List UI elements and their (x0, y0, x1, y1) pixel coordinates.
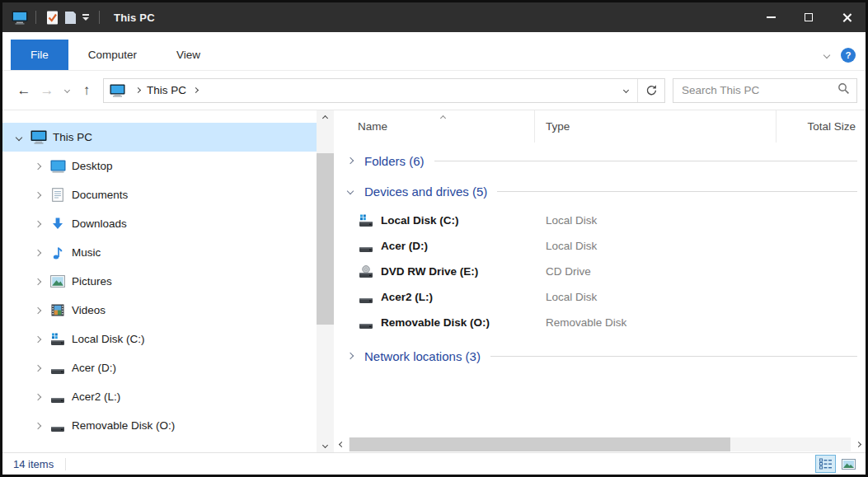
expand-chevron-icon[interactable] (28, 222, 48, 227)
sidebar-item-videos[interactable]: Videos (2, 296, 317, 325)
search-input[interactable] (682, 84, 838, 96)
sidebar-item-local-disk-c[interactable]: Local Disk (C:) (2, 325, 317, 353)
maximize-button[interactable] (790, 2, 828, 32)
drive-row-local-disk-c[interactable]: Local Disk (C:) Local Disk (334, 208, 866, 233)
details-view-button[interactable] (815, 455, 836, 473)
desktop-icon (48, 160, 68, 173)
music-icon (48, 246, 68, 260)
properties-button[interactable] (43, 7, 61, 27)
search-icon[interactable] (838, 82, 850, 98)
address-breadcrumb-box[interactable]: This PC (103, 78, 665, 103)
items-count: 14 items (13, 458, 54, 470)
expand-chevron-icon[interactable] (28, 337, 48, 342)
forward-button[interactable]: → (35, 79, 59, 102)
scroll-right-icon[interactable] (851, 436, 866, 452)
tab-file[interactable]: File (11, 40, 68, 70)
expand-chevron-icon[interactable] (28, 164, 48, 169)
breadcrumb-chevron-icon[interactable] (130, 88, 145, 92)
drive-name: Removable Disk (O:) (381, 316, 490, 329)
drive-row-dvd-rw-e[interactable]: DVD RW Drive (E:) CD Drive (334, 259, 866, 284)
drive-name: Local Disk (C:) (381, 214, 459, 227)
sidebar-item-removable-disk-o[interactable]: Removable Disk (O:) (2, 411, 317, 440)
group-header-folders[interactable]: Folders (6) (334, 148, 866, 173)
group-header-network-locations[interactable]: Network locations (3) (334, 344, 866, 368)
expand-chevron-icon[interactable] (28, 366, 48, 371)
column-header-type[interactable]: Type (535, 110, 777, 143)
group-label[interactable]: Devices and drives (5) (364, 185, 487, 199)
sidebar-item-label: Acer2 (L:) (72, 390, 120, 403)
tree-vertical-scrollbar[interactable] (317, 110, 334, 452)
sidebar-item-acer-d[interactable]: Acer (D:) (2, 353, 317, 382)
horizontal-scrollbar-thumb[interactable] (350, 437, 730, 451)
expand-chevron-icon[interactable] (28, 308, 48, 313)
column-header-name[interactable]: Name (334, 110, 535, 143)
address-history-chevron-icon[interactable] (614, 79, 637, 102)
sidebar-item-downloads[interactable]: Downloads (2, 209, 317, 238)
drive-type: Local Disk (535, 240, 777, 252)
breadcrumb-chevron-icon[interactable] (188, 88, 203, 92)
horizontal-scrollbar-track[interactable] (349, 437, 851, 451)
sidebar-item-label: Desktop (72, 160, 113, 172)
drive-type: Local Disk (535, 291, 777, 303)
drive-row-acer2-l[interactable]: Acer2 (L:) Local Disk (334, 284, 866, 310)
expand-chevron-icon[interactable] (344, 353, 357, 358)
group-label[interactable]: Network locations (3) (364, 349, 481, 363)
sidebar-item-music[interactable]: Music (2, 238, 317, 267)
sidebar-item-pictures[interactable]: Pictures (2, 267, 317, 296)
recent-locations-chevron-icon[interactable] (59, 79, 75, 102)
drive-icon (48, 390, 68, 404)
expand-chevron-icon[interactable] (344, 158, 357, 163)
collapse-chevron-icon[interactable] (344, 189, 357, 194)
drive-name: DVD RW Drive (E:) (381, 265, 478, 278)
drive-windows-icon (48, 333, 68, 346)
group-header-devices-and-drives[interactable]: Devices and drives (5) (334, 179, 866, 203)
new-folder-button[interactable] (61, 7, 79, 27)
expand-chevron-icon[interactable] (28, 279, 48, 284)
documents-icon (48, 188, 68, 202)
expand-chevron-icon[interactable] (28, 423, 48, 428)
breadcrumb-this-pc[interactable]: This PC (145, 84, 188, 96)
close-icon (842, 12, 852, 23)
minimize-ribbon-chevron-icon[interactable] (823, 52, 830, 58)
search-box[interactable] (673, 78, 857, 103)
refresh-icon[interactable] (638, 79, 664, 102)
drive-icon (358, 316, 374, 330)
sidebar-item-label: Downloads (72, 217, 127, 230)
tab-computer[interactable]: Computer (68, 40, 157, 70)
help-icon[interactable]: ? (841, 48, 856, 63)
up-button[interactable]: ↑ (75, 79, 98, 102)
explorer-window: This PC File Computer View ? ← → ↑ (0, 0, 868, 477)
customize-toolbar-dropdown[interactable] (79, 7, 92, 27)
collapse-chevron-icon[interactable] (9, 135, 29, 140)
sidebar-item-acer2-l[interactable]: Acer2 (L:) (2, 382, 317, 411)
vertical-scrollbar-thumb[interactable] (317, 153, 334, 325)
expand-chevron-icon[interactable] (28, 250, 48, 255)
scroll-left-icon[interactable] (334, 436, 349, 452)
app-computer-icon (11, 7, 29, 27)
drive-type: Local Disk (535, 214, 777, 227)
expand-chevron-icon[interactable] (28, 395, 48, 400)
drive-row-removable-disk-o[interactable]: Removable Disk (O:) Removable Disk (334, 310, 866, 335)
sidebar-item-label: Acer (D:) (72, 362, 116, 374)
thumbnails-view-icon (842, 459, 856, 470)
sidebar-item-documents[interactable]: Documents (2, 180, 317, 209)
horizontal-scrollbar[interactable] (334, 436, 866, 452)
column-header-total-size[interactable]: Total Size (777, 110, 866, 143)
back-button[interactable]: ← (12, 79, 35, 102)
minimize-button[interactable] (752, 2, 790, 32)
titlebar-separator (99, 11, 100, 24)
thumbnails-view-button[interactable] (838, 455, 859, 473)
sidebar-item-desktop[interactable]: Desktop (2, 152, 317, 180)
expand-chevron-icon[interactable] (28, 193, 48, 198)
dvd-drive-icon (358, 265, 374, 278)
close-button[interactable] (828, 2, 866, 32)
tab-view[interactable]: View (157, 40, 220, 70)
content-pane: Name Type Total Size Folders (6) Devices… (334, 110, 866, 452)
group-divider (434, 161, 857, 161)
window-title: This PC (114, 12, 155, 24)
group-label[interactable]: Folders (6) (364, 154, 425, 168)
scroll-down-icon[interactable] (323, 437, 327, 452)
scroll-up-icon[interactable] (323, 110, 327, 125)
sidebar-item-this-pc[interactable]: This PC (2, 123, 317, 152)
drive-row-acer-d[interactable]: Acer (D:) Local Disk (334, 233, 866, 259)
